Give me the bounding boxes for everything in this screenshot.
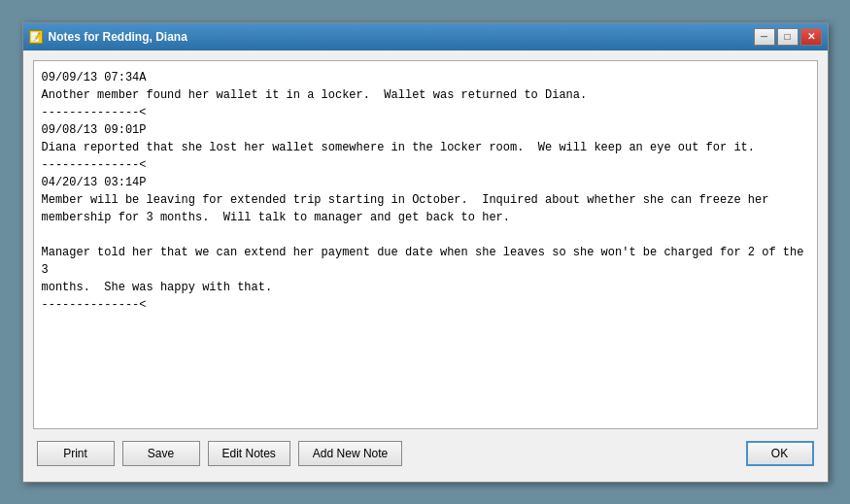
- maximize-button[interactable]: □: [777, 28, 799, 46]
- edit-notes-button[interactable]: Edit Notes: [208, 441, 290, 466]
- main-window: 📝 Notes for Redding, Diana ─ □ ✕ Print S…: [22, 22, 829, 483]
- button-bar: Print Save Edit Notes Add New Note OK: [33, 433, 818, 472]
- title-bar: 📝 Notes for Redding, Diana ─ □ ✕: [23, 23, 828, 50]
- notes-textarea[interactable]: [33, 60, 818, 429]
- left-buttons: Print Save Edit Notes Add New Note: [37, 441, 403, 466]
- save-button[interactable]: Save: [122, 441, 200, 466]
- minimize-button[interactable]: ─: [754, 28, 775, 46]
- print-button[interactable]: Print: [37, 441, 115, 466]
- title-bar-controls: ─ □ ✕: [754, 28, 822, 46]
- ok-button[interactable]: OK: [746, 441, 814, 466]
- add-new-note-button[interactable]: Add New Note: [298, 441, 402, 466]
- close-button[interactable]: ✕: [800, 28, 822, 46]
- window-icon: 📝: [29, 30, 43, 44]
- window-body: Print Save Edit Notes Add New Note OK: [23, 50, 828, 482]
- window-title: Notes for Redding, Diana: [49, 30, 187, 44]
- title-bar-text: 📝 Notes for Redding, Diana: [29, 30, 187, 44]
